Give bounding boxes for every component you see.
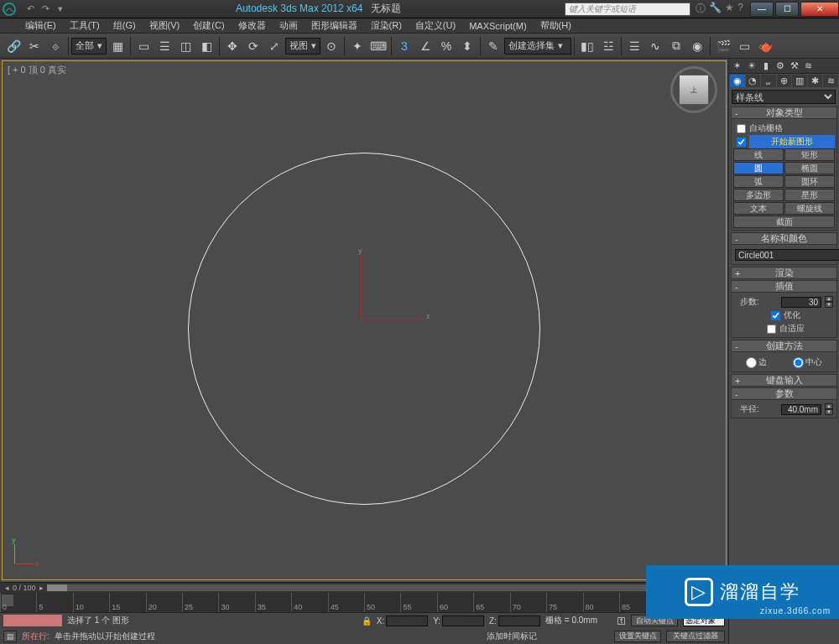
tab-display[interactable]: ▥ xyxy=(792,75,807,87)
adaptive-checkbox[interactable] xyxy=(767,325,776,334)
radius-input[interactable] xyxy=(781,404,821,415)
layers-icon[interactable]: ☰ xyxy=(624,36,644,56)
select-icon[interactable]: ▭ xyxy=(133,36,154,56)
lock-icon[interactable]: 🔒 xyxy=(362,616,372,626)
rotate-icon[interactable]: ⟳ xyxy=(243,36,263,56)
menu-tools[interactable]: 工具(T) xyxy=(65,19,105,32)
keyfilter-button[interactable]: 关键点过滤器 xyxy=(666,631,725,642)
brush-icon[interactable]: ▮ xyxy=(759,60,772,72)
render-setup-icon[interactable]: 🎬 xyxy=(713,36,733,56)
radio-edge[interactable]: 边 xyxy=(746,356,767,368)
keymode-icon[interactable]: ⌨ xyxy=(368,36,388,56)
viewport-area[interactable]: [ + 0 顶 0 真实 上 y x yx xyxy=(0,59,728,582)
angle-snap-icon[interactable]: ∠ xyxy=(415,36,435,56)
shape-螺旋线[interactable]: 螺旋线 xyxy=(784,202,835,215)
radius-up[interactable]: ▲ xyxy=(825,403,833,409)
menu-create[interactable]: 创建(C) xyxy=(188,19,229,32)
shape-线[interactable]: 线 xyxy=(733,148,784,161)
edit-named-icon[interactable]: ✎ xyxy=(483,36,503,56)
menu-modifiers[interactable]: 修改器 xyxy=(233,19,271,32)
keyframe-track[interactable] xyxy=(3,615,62,626)
tab-utilities[interactable]: ✱ xyxy=(808,75,823,87)
scale-icon[interactable]: ⤢ xyxy=(264,36,284,56)
select-name-icon[interactable]: ☰ xyxy=(154,36,175,56)
link-icon[interactable]: 🔗 xyxy=(3,36,23,56)
minimize-button[interactable]: — xyxy=(750,2,774,17)
circle-shape[interactable] xyxy=(188,153,540,505)
category-dropdown[interactable]: 样条线 xyxy=(732,90,836,104)
object-name-input[interactable] xyxy=(735,249,839,261)
selection-scope-dropdown[interactable]: 全部▾ xyxy=(71,38,107,55)
timeslider-next[interactable]: ▸ xyxy=(39,584,44,592)
align-icon[interactable]: ☳ xyxy=(598,36,618,56)
rollout-objecttype[interactable]: -对象类型 xyxy=(731,106,837,119)
help-icon[interactable]: ? xyxy=(737,2,743,16)
menu-maxscript[interactable]: MAXScript(M) xyxy=(464,21,531,31)
menu-view[interactable]: 视图(V) xyxy=(144,19,185,32)
rollout-render[interactable]: +渲染 xyxy=(731,267,837,279)
percent-snap-icon[interactable]: % xyxy=(436,36,456,56)
steps-input[interactable] xyxy=(781,297,821,308)
curve-editor-icon[interactable]: ∿ xyxy=(645,36,665,56)
optimize-checkbox[interactable] xyxy=(771,311,780,320)
pivot-icon[interactable]: ⊙ xyxy=(321,36,341,56)
tab-extra[interactable]: ≋ xyxy=(823,75,838,87)
info-icon[interactable]: ⓘ xyxy=(696,2,706,16)
time-ruler[interactable]: 05101520253035404550556065707580859095 xyxy=(0,593,728,613)
menu-customize[interactable]: 自定义(U) xyxy=(410,19,461,32)
rollout-namecolor[interactable]: -名称和颜色 xyxy=(731,232,837,245)
shape-多边形[interactable]: 多边形 xyxy=(733,189,784,201)
shape-圆[interactable]: 圆 xyxy=(733,162,784,174)
shape-文本[interactable]: 文本 xyxy=(733,202,784,215)
rollout-params[interactable]: -参数 xyxy=(731,387,837,400)
gear-icon[interactable]: ⚙ xyxy=(774,60,786,72)
snap-icon[interactable]: 3 xyxy=(394,36,414,56)
maximize-button[interactable]: ☐ xyxy=(775,2,799,17)
menu-edit[interactable]: 编辑(E) xyxy=(20,19,61,32)
menu-grapheditors[interactable]: 图形编辑器 xyxy=(306,19,362,32)
autogrid-checkbox[interactable] xyxy=(737,124,746,133)
star-icon[interactable]: ★ xyxy=(725,2,734,16)
qat-dropdown-icon[interactable]: ▾ xyxy=(54,3,67,16)
shape-截面[interactable]: 截面 xyxy=(733,216,835,228)
window-crossing-icon[interactable]: ◧ xyxy=(196,36,216,56)
startnew-button[interactable]: 开始新图形 xyxy=(749,135,835,148)
viewport-label[interactable]: [ + 0 顶 0 真实 xyxy=(8,64,66,76)
close-button[interactable]: ✕ xyxy=(800,2,839,17)
shape-椭圆[interactable]: 椭圆 xyxy=(784,162,835,174)
timeslider-prev[interactable]: ◂ xyxy=(5,584,9,592)
mirror-icon[interactable]: ▮▯ xyxy=(577,36,597,56)
hammer-icon[interactable]: ⚒ xyxy=(788,60,800,72)
app-logo[interactable] xyxy=(0,0,18,18)
rollout-keyboard[interactable]: +键盘输入 xyxy=(731,374,837,387)
waves-icon[interactable]: ≋ xyxy=(802,60,815,72)
z-input[interactable] xyxy=(498,615,540,626)
search-input[interactable]: 键入关键字或短语 xyxy=(565,3,690,16)
move-icon[interactable]: ✥ xyxy=(222,36,242,56)
tab-create[interactable]: ◉ xyxy=(730,75,745,87)
tab-modify[interactable]: ◔ xyxy=(746,75,761,87)
quickaccess-icon[interactable]: ✶ xyxy=(731,60,743,72)
radius-down[interactable]: ▼ xyxy=(825,409,833,415)
light-icon[interactable]: ☀ xyxy=(745,60,758,72)
shape-圆环[interactable]: 圆环 xyxy=(784,175,835,188)
menu-group[interactable]: 组(G) xyxy=(108,19,141,32)
bind-icon[interactable]: ⟐ xyxy=(45,36,65,56)
y-input[interactable] xyxy=(442,615,484,626)
redo-icon[interactable]: ↷ xyxy=(39,3,52,16)
render-frame-icon[interactable]: ▭ xyxy=(734,36,754,56)
manip-icon[interactable]: ✦ xyxy=(347,36,367,56)
menu-render[interactable]: 渲染(R) xyxy=(366,19,407,32)
shape-星形[interactable]: 星形 xyxy=(784,189,835,201)
radio-center[interactable]: 中心 xyxy=(793,356,822,368)
steps-down[interactable]: ▼ xyxy=(825,302,833,308)
refcoord-dropdown[interactable]: 视图▾ xyxy=(285,38,320,55)
shape-弧[interactable]: 弧 xyxy=(733,175,784,188)
time-slider[interactable] xyxy=(47,584,723,591)
filter-icon[interactable]: ▦ xyxy=(107,36,128,56)
startnew-checkbox[interactable] xyxy=(737,138,746,147)
x-input[interactable] xyxy=(386,615,428,626)
material-icon[interactable]: ◉ xyxy=(687,36,707,56)
setkey-button[interactable]: 设置关键点 xyxy=(614,631,661,642)
tool-icon[interactable]: 🔧 xyxy=(709,2,722,16)
